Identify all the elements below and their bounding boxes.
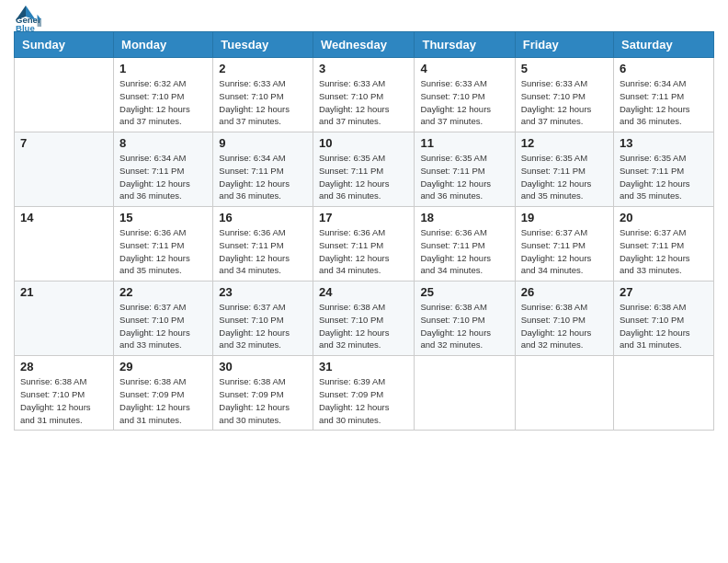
day-number: 30: [219, 360, 307, 373]
calendar-cell: 10Sunrise: 6:35 AMSunset: 7:11 PMDayligh…: [313, 132, 415, 207]
day-number: 26: [521, 285, 608, 299]
calendar-cell: 17Sunrise: 6:36 AMSunset: 7:11 PMDayligh…: [313, 207, 415, 282]
calendar-table: SundayMondayTuesdayWednesdayThursdayFrid…: [14, 31, 714, 431]
day-info: Sunrise: 6:33 AMSunset: 7:10 PMDaylight:…: [219, 77, 307, 128]
day-info: Sunrise: 6:35 AMSunset: 7:11 PMDaylight:…: [319, 152, 409, 202]
calendar-cell: [15, 58, 114, 132]
calendar-cell: 9Sunrise: 6:34 AMSunset: 7:11 PMDaylight…: [213, 132, 313, 207]
calendar-week-row: 1415Sunrise: 6:36 AMSunset: 7:11 PMDayli…: [15, 207, 714, 282]
calendar-cell: 21: [15, 282, 114, 356]
day-number: 27: [620, 285, 708, 299]
calendar-cell: 2Sunrise: 6:33 AMSunset: 7:10 PMDaylight…: [213, 58, 313, 132]
calendar-cell: 30Sunrise: 6:38 AMSunset: 7:09 PMDayligh…: [213, 356, 313, 431]
day-info: Sunrise: 6:34 AMSunset: 7:11 PMDaylight:…: [620, 77, 708, 128]
calendar-cell: 27Sunrise: 6:38 AMSunset: 7:10 PMDayligh…: [614, 282, 714, 356]
day-info: Sunrise: 6:35 AMSunset: 7:11 PMDaylight:…: [620, 152, 708, 202]
day-info: Sunrise: 6:39 AMSunset: 7:09 PMDaylight:…: [319, 375, 409, 426]
day-number: 22: [119, 285, 207, 299]
day-number: 31: [319, 360, 409, 373]
day-number: 17: [319, 211, 409, 224]
day-info: Sunrise: 6:38 AMSunset: 7:09 PMDaylight:…: [119, 375, 207, 426]
calendar-cell: 11Sunrise: 6:35 AMSunset: 7:11 PMDayligh…: [415, 132, 515, 207]
day-info: Sunrise: 6:38 AMSunset: 7:10 PMDaylight:…: [521, 301, 608, 351]
calendar-cell: [415, 356, 515, 431]
calendar-cell: 3Sunrise: 6:33 AMSunset: 7:10 PMDaylight…: [313, 58, 415, 132]
day-info: Sunrise: 6:38 AMSunset: 7:10 PMDaylight:…: [319, 301, 409, 351]
calendar-cell: 8Sunrise: 6:34 AMSunset: 7:11 PMDaylight…: [114, 132, 213, 207]
calendar-cell: 7: [15, 132, 114, 207]
day-number: 3: [319, 62, 409, 75]
calendar-cell: 24Sunrise: 6:38 AMSunset: 7:10 PMDayligh…: [313, 282, 415, 356]
page: General Blue: [0, 0, 728, 563]
day-info: Sunrise: 6:37 AMSunset: 7:11 PMDaylight:…: [620, 226, 708, 277]
calendar-cell: 15Sunrise: 6:36 AMSunset: 7:11 PMDayligh…: [114, 207, 213, 282]
col-header-thursday: Thursday: [415, 32, 515, 58]
day-number: 11: [420, 136, 508, 150]
svg-marker-5: [16, 6, 26, 20]
day-info: Sunrise: 6:36 AMSunset: 7:11 PMDaylight:…: [420, 226, 508, 277]
calendar-cell: 26Sunrise: 6:38 AMSunset: 7:10 PMDayligh…: [515, 282, 613, 356]
day-number: 25: [420, 285, 508, 299]
day-number: 5: [521, 62, 608, 75]
svg-marker-3: [38, 20, 41, 27]
day-info: Sunrise: 6:33 AMSunset: 7:10 PMDaylight:…: [521, 77, 608, 128]
col-header-wednesday: Wednesday: [313, 32, 415, 58]
day-info: Sunrise: 6:34 AMSunset: 7:11 PMDaylight:…: [219, 152, 307, 202]
logo-icon: [16, 4, 36, 24]
day-number: 29: [119, 360, 207, 373]
day-number: 19: [521, 211, 608, 224]
calendar-week-row: 78Sunrise: 6:34 AMSunset: 7:11 PMDayligh…: [15, 132, 714, 207]
day-number: 10: [319, 136, 409, 150]
day-info: Sunrise: 6:38 AMSunset: 7:10 PMDaylight:…: [20, 375, 108, 426]
day-info: Sunrise: 6:33 AMSunset: 7:10 PMDaylight:…: [420, 77, 508, 128]
calendar-cell: 16Sunrise: 6:36 AMSunset: 7:11 PMDayligh…: [213, 207, 313, 282]
day-number: 2: [219, 62, 307, 75]
day-number: 28: [20, 360, 108, 373]
day-number: 6: [620, 62, 708, 75]
col-header-tuesday: Tuesday: [213, 32, 313, 58]
calendar-cell: [515, 356, 613, 431]
logo-area: General Blue: [14, 9, 41, 24]
day-info: Sunrise: 6:34 AMSunset: 7:11 PMDaylight:…: [119, 152, 207, 202]
calendar-cell: 5Sunrise: 6:33 AMSunset: 7:10 PMDaylight…: [515, 58, 613, 132]
logo: General Blue: [14, 13, 41, 24]
calendar-cell: 1Sunrise: 6:32 AMSunset: 7:10 PMDaylight…: [114, 58, 213, 132]
calendar-cell: 6Sunrise: 6:34 AMSunset: 7:11 PMDaylight…: [614, 58, 714, 132]
calendar-cell: 14: [15, 207, 114, 282]
calendar-cell: 19Sunrise: 6:37 AMSunset: 7:11 PMDayligh…: [515, 207, 613, 282]
day-info: Sunrise: 6:38 AMSunset: 7:10 PMDaylight:…: [620, 301, 708, 351]
day-number: 15: [119, 211, 207, 224]
calendar-cell: 23Sunrise: 6:37 AMSunset: 7:10 PMDayligh…: [213, 282, 313, 356]
calendar-cell: 31Sunrise: 6:39 AMSunset: 7:09 PMDayligh…: [313, 356, 415, 431]
day-info: Sunrise: 6:38 AMSunset: 7:10 PMDaylight:…: [420, 301, 508, 351]
day-info: Sunrise: 6:36 AMSunset: 7:11 PMDaylight:…: [219, 226, 307, 277]
day-info: Sunrise: 6:37 AMSunset: 7:11 PMDaylight:…: [521, 226, 608, 277]
calendar-header-row: SundayMondayTuesdayWednesdayThursdayFrid…: [15, 32, 714, 58]
day-info: Sunrise: 6:36 AMSunset: 7:11 PMDaylight:…: [319, 226, 409, 277]
day-info: Sunrise: 6:38 AMSunset: 7:09 PMDaylight:…: [219, 375, 307, 426]
col-header-monday: Monday: [114, 32, 213, 58]
calendar-cell: 28Sunrise: 6:38 AMSunset: 7:10 PMDayligh…: [15, 356, 114, 431]
day-number: 14: [20, 211, 108, 224]
day-number: 20: [620, 211, 708, 224]
calendar-cell: 12Sunrise: 6:35 AMSunset: 7:11 PMDayligh…: [515, 132, 613, 207]
calendar-cell: 20Sunrise: 6:37 AMSunset: 7:11 PMDayligh…: [614, 207, 714, 282]
col-header-saturday: Saturday: [614, 32, 714, 58]
day-info: Sunrise: 6:35 AMSunset: 7:11 PMDaylight:…: [420, 152, 508, 202]
day-info: Sunrise: 6:36 AMSunset: 7:11 PMDaylight:…: [119, 226, 207, 277]
day-number: 7: [20, 136, 108, 150]
day-info: Sunrise: 6:37 AMSunset: 7:10 PMDaylight:…: [219, 301, 307, 351]
day-number: 4: [420, 62, 508, 75]
calendar-cell: 22Sunrise: 6:37 AMSunset: 7:10 PMDayligh…: [114, 282, 213, 356]
svg-text:Blue: Blue: [16, 23, 35, 33]
day-number: 23: [219, 285, 307, 299]
calendar-week-row: 28Sunrise: 6:38 AMSunset: 7:10 PMDayligh…: [15, 356, 714, 431]
day-number: 12: [521, 136, 608, 150]
day-number: 9: [219, 136, 307, 150]
calendar-week-row: 2122Sunrise: 6:37 AMSunset: 7:10 PMDayli…: [15, 282, 714, 356]
day-number: 1: [119, 62, 207, 75]
day-info: Sunrise: 6:35 AMSunset: 7:11 PMDaylight:…: [521, 152, 608, 202]
calendar-week-row: 1Sunrise: 6:32 AMSunset: 7:10 PMDaylight…: [15, 58, 714, 132]
day-number: 24: [319, 285, 409, 299]
header: General Blue: [14, 9, 714, 24]
